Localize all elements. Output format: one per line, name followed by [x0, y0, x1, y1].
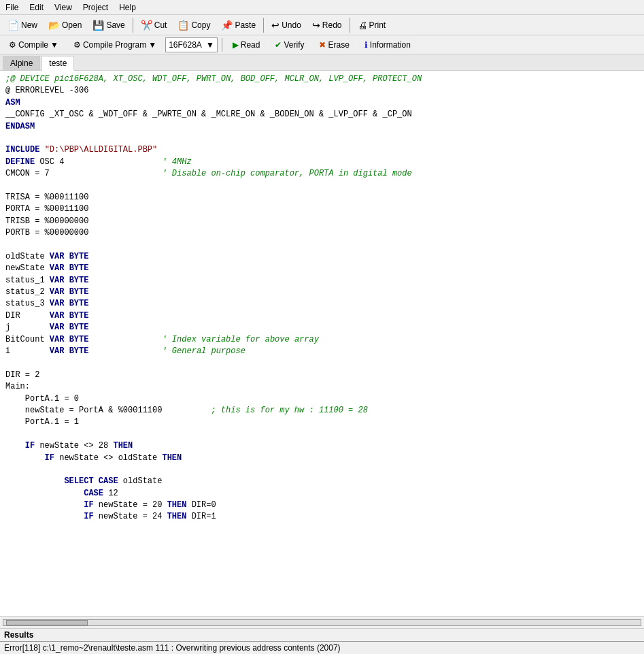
open-icon: 📂: [48, 20, 60, 31]
new-icon: 📄: [7, 20, 19, 31]
redo-button[interactable]: ↪ Redo: [307, 18, 347, 33]
hscroll-thumb[interactable]: [6, 620, 88, 625]
compile-program-label: Compile Program: [83, 40, 146, 50]
menu-view[interactable]: View: [49, 1, 78, 14]
results-bar: Error[118] c:\1_remo~2\renault\teste.asm…: [0, 641, 644, 654]
error-text: Error[118] c:\1_remo~2\renault\teste.asm…: [4, 643, 341, 653]
device-dropdown[interactable]: 16F628A ▼: [165, 37, 218, 52]
results-label: Results: [0, 628, 644, 641]
copy-icon: 📋: [177, 20, 189, 31]
paste-icon: 📌: [221, 20, 233, 31]
toolbar-sep-2: [263, 18, 264, 33]
compile-bar: ⚙ Compile ▼ ⚙ Compile Program ▼ 16F628A …: [0, 35, 644, 54]
menu-edit[interactable]: Edit: [24, 1, 49, 14]
compile-arrow: ▼: [50, 40, 58, 50]
print-label: Print: [369, 20, 386, 30]
read-label: Read: [241, 40, 260, 50]
tab-alpine[interactable]: Alpine: [3, 56, 40, 70]
menu-help[interactable]: Help: [114, 1, 141, 14]
tabs: Alpine teste: [0, 54, 644, 71]
menu-project[interactable]: Project: [78, 1, 114, 14]
cut-button[interactable]: ✂️ Cut: [136, 18, 172, 33]
copy-label: Copy: [191, 20, 210, 30]
compile-program-button[interactable]: ⚙ Compile Program ▼: [67, 38, 163, 52]
read-button[interactable]: ▶ Read: [226, 38, 267, 52]
cut-label: Cut: [154, 20, 167, 30]
compile-label: Compile: [18, 40, 48, 50]
info-icon: ℹ: [365, 40, 368, 50]
toolbar-sep-3: [350, 18, 350, 33]
cut-icon: ✂️: [141, 20, 152, 31]
paste-button[interactable]: 📌 Paste: [216, 18, 260, 33]
undo-label: Undo: [282, 20, 301, 30]
copy-button[interactable]: 📋 Copy: [173, 18, 215, 33]
verify-button[interactable]: ✔ Verify: [269, 38, 310, 52]
verify-icon: ✔: [275, 40, 282, 50]
compile-sep-1: [222, 38, 222, 52]
compile-prog-icon: ⚙: [73, 40, 81, 50]
device-value: 16F628A: [169, 40, 202, 50]
device-arrow: ▼: [206, 40, 214, 50]
new-label: New: [21, 20, 37, 30]
compile-button[interactable]: ⚙ Compile ▼: [3, 38, 65, 52]
redo-icon: ↪: [312, 20, 320, 31]
information-button[interactable]: ℹ Information: [358, 38, 417, 52]
undo-icon: ↩: [271, 20, 279, 31]
save-icon: 💾: [92, 20, 104, 31]
erase-label: Erase: [328, 40, 349, 50]
open-button[interactable]: 📂 Open: [44, 18, 86, 33]
erase-button[interactable]: ✖ Erase: [313, 38, 355, 52]
hscroll-track[interactable]: [3, 619, 641, 626]
results-text: Results: [4, 630, 33, 640]
verify-label: Verify: [284, 40, 304, 50]
menubar: File Edit View Project Help: [0, 0, 644, 15]
print-button[interactable]: 🖨 Print: [353, 18, 391, 33]
save-button[interactable]: 💾 Save: [88, 18, 129, 33]
redo-label: Redo: [322, 20, 342, 30]
horizontal-scrollbar[interactable]: [0, 616, 644, 628]
toolbar-sep-1: [133, 18, 133, 33]
new-button[interactable]: 📄 New: [3, 18, 42, 33]
open-label: Open: [62, 20, 82, 30]
save-label: Save: [106, 20, 124, 30]
read-icon: ▶: [233, 40, 239, 50]
information-label: Information: [370, 40, 411, 50]
paste-label: Paste: [235, 20, 256, 30]
undo-button[interactable]: ↩ Undo: [267, 18, 306, 33]
menu-file[interactable]: File: [0, 1, 24, 14]
print-icon: 🖨: [358, 20, 367, 31]
tab-teste[interactable]: teste: [41, 56, 74, 71]
main-window: File Edit View Project Help 📄 New 📂 Open…: [0, 0, 644, 654]
toolbar: 📄 New 📂 Open 💾 Save ✂️ Cut 📋 Copy 📌 Past…: [0, 15, 644, 35]
code-editor[interactable]: ;@ DEVICE pic16F628A, XT_OSC, WDT_OFF, P…: [0, 71, 644, 616]
compile-icon: ⚙: [9, 40, 16, 50]
erase-icon: ✖: [319, 40, 326, 50]
editor-area: ;@ DEVICE pic16F628A, XT_OSC, WDT_OFF, P…: [0, 71, 644, 628]
compile-prog-arrow: ▼: [148, 40, 156, 50]
